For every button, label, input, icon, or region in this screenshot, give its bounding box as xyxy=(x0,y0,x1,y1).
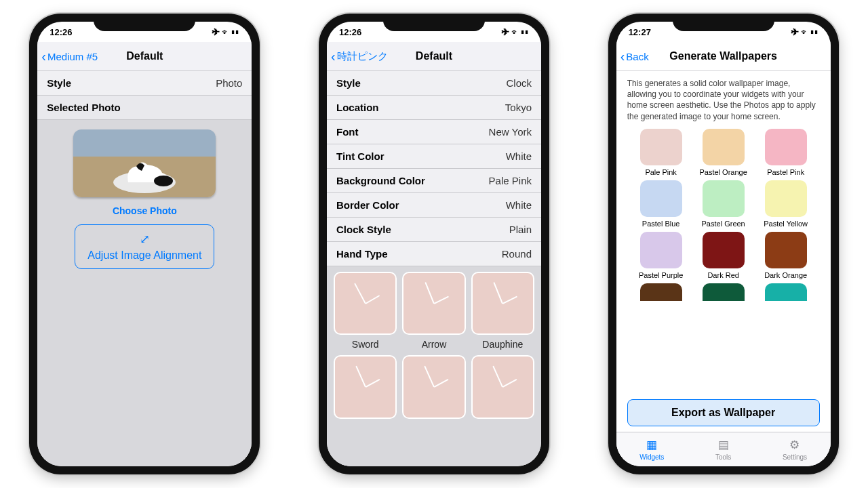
notch xyxy=(673,14,774,31)
tools-icon: ▤ xyxy=(718,438,729,452)
notch xyxy=(94,14,195,31)
status-icons: ✈ ᯤ ▮▮ xyxy=(502,28,529,36)
status-time: 12:26 xyxy=(50,27,72,37)
back-button[interactable]: ‹ Medium #5 xyxy=(37,49,98,63)
tab-tools[interactable]: ▤Tools xyxy=(688,432,759,466)
resize-icon: ⤢ xyxy=(140,232,150,247)
swatch-grid: Pale PinkPastel OrangePastel PinkPastel … xyxy=(616,126,831,279)
hand-option[interactable] xyxy=(471,355,534,418)
phone-clock-settings: 12:26 ✈ ᯤ ▮▮ ‹ 時計ピンク Default StyleClock … xyxy=(319,14,549,474)
chevron-left-icon: ‹ xyxy=(331,49,336,63)
row-value: Clock xyxy=(506,77,532,89)
color-swatch[interactable]: Dark Red xyxy=(695,232,752,279)
swatch-grid-cut xyxy=(616,279,831,301)
swatch-label: Pastel Yellow xyxy=(764,220,808,228)
row-background-color[interactable]: Background ColorPale Pink xyxy=(327,169,541,193)
row-style[interactable]: Style Photo xyxy=(37,71,252,96)
hand-option[interactable] xyxy=(402,355,465,418)
swatch-color xyxy=(765,283,807,301)
swatch-color xyxy=(703,232,745,268)
hand-label: Sword xyxy=(334,336,397,350)
chevron-left-icon: ‹ xyxy=(41,49,46,63)
row-key: Tint Color xyxy=(336,150,384,162)
hand-option-sword[interactable] xyxy=(334,272,397,335)
row-clock-style[interactable]: Clock StylePlain xyxy=(327,218,541,242)
gear-icon: ⚙ xyxy=(789,438,800,452)
row-location[interactable]: LocationTokyo xyxy=(327,96,541,120)
color-swatch[interactable]: Pale Pink xyxy=(633,129,690,176)
adjust-label: Adjust Image Alignment xyxy=(87,249,201,262)
row-border-color[interactable]: Border ColorWhite xyxy=(327,193,541,218)
row-key: Clock Style xyxy=(336,224,391,235)
color-swatch[interactable] xyxy=(695,283,752,301)
navbar: ‹ 時計ピンク Default xyxy=(327,42,541,71)
hand-option-arrow[interactable] xyxy=(402,272,465,335)
hand-option[interactable] xyxy=(334,355,397,418)
row-key: Border Color xyxy=(336,199,399,211)
color-swatch[interactable]: Pastel Purple xyxy=(633,232,690,279)
swatch-color xyxy=(703,180,745,217)
tab-bar: ▦Widgets ▤Tools ⚙Settings xyxy=(616,432,831,466)
swatch-color xyxy=(640,129,682,165)
color-swatch[interactable]: Pastel Orange xyxy=(695,129,752,176)
row-key: Style xyxy=(336,77,361,89)
swatch-label: Dark Red xyxy=(707,271,738,279)
row-font[interactable]: FontNew York xyxy=(327,120,541,144)
chevron-left-icon: ‹ xyxy=(620,49,625,63)
hand-label: Dauphine xyxy=(471,336,534,350)
swatch-color xyxy=(765,129,807,165)
row-value: White xyxy=(506,150,532,162)
swatch-label: Pastel Purple xyxy=(639,271,683,279)
swatch-color xyxy=(640,232,682,268)
swatch-color xyxy=(703,283,745,301)
color-swatch[interactable]: Pastel Blue xyxy=(633,180,690,228)
swatch-color xyxy=(765,180,807,217)
swatch-color xyxy=(640,283,682,301)
row-key: Location xyxy=(336,102,379,113)
color-swatch[interactable]: Pastel Green xyxy=(695,180,752,228)
choose-photo-button[interactable]: Choose Photo xyxy=(113,205,177,216)
back-label: 時計ピンク xyxy=(337,50,388,63)
row-key: Style xyxy=(47,77,71,89)
swatch-label: Pastel Pink xyxy=(767,168,804,176)
back-button[interactable]: ‹ Back xyxy=(616,49,649,63)
hand-option-dauphine[interactable] xyxy=(471,272,534,335)
swatch-label: Pastel Green xyxy=(702,220,745,228)
color-swatch[interactable] xyxy=(757,283,814,301)
swatch-label: Pale Pink xyxy=(645,168,676,176)
photo-area: Choose Photo ⤢ Adjust Image Alignment xyxy=(37,120,252,279)
navbar: ‹ Back Generate Wallpapers xyxy=(616,42,831,71)
hand-label-row: Sword Arrow Dauphine xyxy=(327,335,541,350)
row-hand-type[interactable]: Hand TypeRound xyxy=(327,242,541,266)
swatch-color xyxy=(640,180,682,217)
hand-preview-row-2 xyxy=(327,350,541,418)
tab-settings[interactable]: ⚙Settings xyxy=(759,432,830,466)
color-swatch[interactable] xyxy=(633,283,690,301)
tab-label: Settings xyxy=(783,453,807,461)
back-button[interactable]: ‹ 時計ピンク xyxy=(327,49,388,63)
tab-widgets[interactable]: ▦Widgets xyxy=(616,432,688,466)
hand-preview-row xyxy=(327,266,541,335)
adjust-alignment-button[interactable]: ⤢ Adjust Image Alignment xyxy=(75,224,214,269)
row-value: White xyxy=(506,199,532,211)
photo-thumbnail[interactable] xyxy=(73,129,216,197)
row-value: Pale Pink xyxy=(489,175,532,186)
row-key: Background Color xyxy=(336,175,425,186)
hand-label: Arrow xyxy=(402,336,465,350)
row-selected-photo: Selected Photo xyxy=(37,96,252,120)
row-key: Font xyxy=(336,126,358,138)
color-swatch[interactable]: Dark Orange xyxy=(757,232,814,279)
row-value: Round xyxy=(502,248,532,260)
color-swatch[interactable]: Pastel Pink xyxy=(757,129,814,176)
row-style[interactable]: StyleClock xyxy=(327,71,541,96)
row-key: Hand Type xyxy=(336,248,388,260)
swatch-label: Pastel Blue xyxy=(642,220,680,228)
back-label: Medium #5 xyxy=(47,51,98,62)
color-swatch[interactable]: Pastel Yellow xyxy=(757,180,814,228)
svg-point-2 xyxy=(154,176,173,186)
swatch-label: Dark Orange xyxy=(764,271,807,279)
row-tint-color[interactable]: Tint ColorWhite xyxy=(327,144,541,169)
phone-generate-wallpapers: 12:27 ✈ ᯤ ▮▮ ‹ Back Generate Wallpapers … xyxy=(608,14,839,474)
description-text: This generates a solid color wallpaper i… xyxy=(616,71,831,126)
export-wallpaper-button[interactable]: Export as Wallpaper xyxy=(627,399,820,426)
